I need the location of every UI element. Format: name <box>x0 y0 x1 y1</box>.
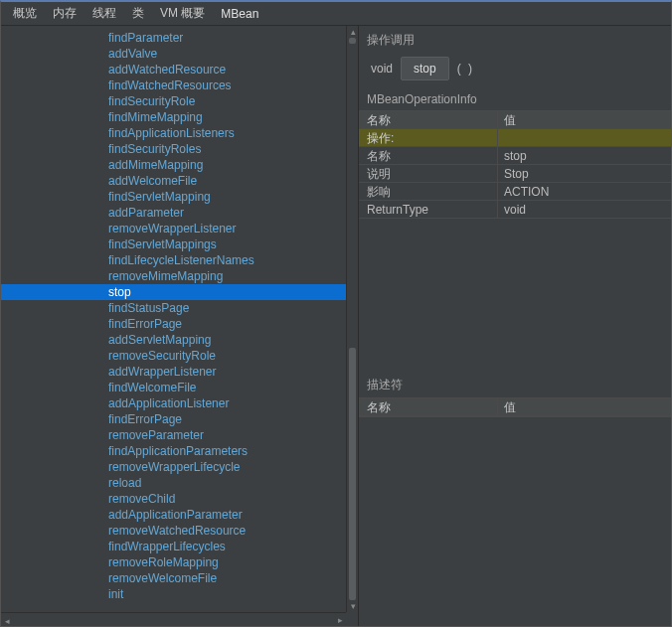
tree-item[interactable]: findErrorPage <box>1 411 346 427</box>
tree-item[interactable]: removeMimeMapping <box>1 268 346 284</box>
tree-item[interactable]: removeWrapperListener <box>1 221 346 236</box>
operation-invoke-row: void stop ( ) <box>359 53 671 90</box>
tree-item[interactable]: findServletMappings <box>1 236 346 252</box>
tree-item[interactable]: findSecurityRole <box>1 93 346 109</box>
col-value: 值 <box>498 398 671 415</box>
cell: 名称 <box>359 147 498 164</box>
table-header: 名称 值 <box>359 398 671 416</box>
tab-memory[interactable]: 内存 <box>47 3 83 24</box>
tree-item[interactable]: addMimeMapping <box>1 157 346 173</box>
invoke-button[interactable]: stop <box>401 57 449 80</box>
tree-item[interactable]: removeWatchedResource <box>1 523 346 539</box>
tree-item[interactable]: reload <box>1 475 346 491</box>
scroll-left-icon[interactable]: ◂ <box>1 614 13 626</box>
tree-item[interactable]: removeChild <box>1 491 346 507</box>
scroll-thumb[interactable] <box>349 38 356 44</box>
tree-item[interactable]: addWatchedResource <box>1 62 346 78</box>
table-section-row: 操作: <box>359 129 671 147</box>
tab-overview[interactable]: 概览 <box>7 3 43 24</box>
cell: void <box>498 201 671 218</box>
mbean-info-table: 名称 值 操作: 名称 stop 说明 Stop 影响 ACTION <box>359 110 671 219</box>
tree-item[interactable]: findSecurityRoles <box>1 141 346 157</box>
tree-item[interactable]: findErrorPage <box>1 316 346 332</box>
descriptor-title: 描述符 <box>359 371 671 397</box>
tree-item[interactable]: removeSecurityRole <box>1 348 346 364</box>
operations-tree[interactable]: findParameteraddValveaddWatchedResourcef… <box>1 26 346 612</box>
cell <box>498 129 671 146</box>
table-row: 说明 Stop <box>359 165 671 183</box>
operation-detail-panel: 操作调用 void stop ( ) MBeanOperationInfo 名称… <box>359 26 671 626</box>
tree-item[interactable]: findWrapperLifecycles <box>1 539 346 554</box>
tree-item[interactable]: addWelcomeFile <box>1 173 346 189</box>
scroll-down-icon[interactable]: ▾ <box>347 600 358 612</box>
tree-item[interactable]: addApplicationParameter <box>1 507 346 523</box>
operation-invoke-title: 操作调用 <box>359 26 671 53</box>
table-row: 名称 stop <box>359 147 671 165</box>
tree-item[interactable]: findMimeMapping <box>1 109 346 125</box>
table-row: 影响 ACTION <box>359 183 671 201</box>
tree-item[interactable]: findApplicationListeners <box>1 125 346 141</box>
col-value: 值 <box>498 111 671 128</box>
tab-mbean[interactable]: MBean <box>215 5 264 23</box>
tree-item[interactable]: removeWelcomeFile <box>1 570 346 586</box>
descriptor-block: 描述符 名称 值 <box>359 371 671 417</box>
cell: 影响 <box>359 183 498 200</box>
tree-item[interactable]: init <box>1 586 346 602</box>
tree-item[interactable]: findStatusPage <box>1 300 346 316</box>
tree-item[interactable]: addApplicationListener <box>1 395 346 411</box>
tree-item[interactable]: addWrapperListener <box>1 364 346 380</box>
scroll-right-icon[interactable]: ▸ <box>334 613 346 626</box>
cell: ReturnType <box>359 201 498 218</box>
tree-item[interactable]: findServletMapping <box>1 189 346 205</box>
scroll-thumb[interactable] <box>349 348 356 600</box>
paren-label: ( ) <box>457 62 474 76</box>
tab-bar: 概览 内存 线程 类 VM 概要 MBean <box>1 2 671 26</box>
tree-item[interactable]: findApplicationParameters <box>1 443 346 459</box>
tab-vm-summary[interactable]: VM 概要 <box>154 3 211 24</box>
tab-threads[interactable]: 线程 <box>86 3 122 24</box>
mbean-info-title: MBeanOperationInfo <box>359 90 671 110</box>
cell: 说明 <box>359 165 498 182</box>
return-type: void <box>371 62 393 76</box>
cell: ACTION <box>498 183 671 200</box>
scroll-up-icon[interactable]: ▴ <box>347 26 358 38</box>
tree-item[interactable]: removeParameter <box>1 427 346 443</box>
table-header: 名称 值 <box>359 111 671 129</box>
tree-item[interactable]: addValve <box>1 46 346 62</box>
table-row: ReturnType void <box>359 201 671 219</box>
cell: 操作: <box>359 129 498 146</box>
tree-item[interactable]: removeWrapperLifecycle <box>1 459 346 475</box>
tree-item[interactable]: stop <box>1 284 346 300</box>
descriptor-table: 名称 值 <box>359 397 671 417</box>
mbean-panel: 概览 内存 线程 类 VM 概要 MBean findParameteraddV… <box>0 0 672 627</box>
tree-item[interactable]: findWatchedResources <box>1 78 346 93</box>
tree-item[interactable]: addServletMapping <box>1 332 346 348</box>
tree-item[interactable]: findWelcomeFile <box>1 380 346 395</box>
tree-item[interactable]: findLifecycleListenerNames <box>1 252 346 268</box>
cell: Stop <box>498 165 671 182</box>
tree-item[interactable]: findParameter <box>1 30 346 46</box>
tab-classes[interactable]: 类 <box>126 3 150 24</box>
operations-tree-panel: findParameteraddValveaddWatchedResourcef… <box>1 26 359 626</box>
cell: stop <box>498 147 671 164</box>
col-name: 名称 <box>359 111 498 128</box>
body: findParameteraddValveaddWatchedResourcef… <box>1 26 671 626</box>
vertical-scrollbar[interactable]: ▴ ▾ <box>346 26 358 612</box>
tree-item[interactable]: removeRoleMapping <box>1 554 346 570</box>
tree-item[interactable]: addParameter <box>1 205 346 221</box>
col-name: 名称 <box>359 398 498 415</box>
horizontal-scrollbar[interactable]: ◂ ▸ <box>1 612 346 626</box>
